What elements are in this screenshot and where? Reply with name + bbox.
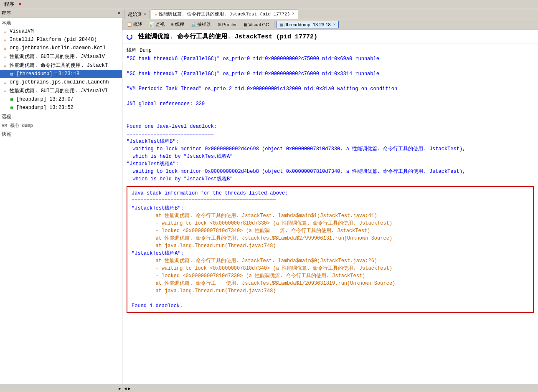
app-icon5: ☕ xyxy=(2,79,8,86)
content-title-text: 性能调优篇. 命令行工具的使用. JstackTest (pid 17772) xyxy=(138,33,317,40)
hl-line-blank xyxy=(132,295,529,302)
sidebar-item-label: org.jetbrains.kotlin.daemon.Kotl xyxy=(10,45,106,51)
highlighted-deadlock-box: Java stack information for the threads l… xyxy=(127,186,534,313)
sidebar-item-kotlin[interactable]: ☕ org.jetbrains.kotlin.daemon.Kotl xyxy=(0,44,122,52)
thread-label: 线程 xyxy=(175,21,184,28)
monitor-icon: 📊 xyxy=(149,22,154,27)
toolbar-sep xyxy=(274,21,274,28)
threaddump-tab-label: [threaddump] 13:23:18 xyxy=(284,22,331,27)
threaddump-tab-icon: ▤ xyxy=(279,22,283,27)
hl-line-threada-at2: at 性能调优篇. 命令行工 使用. JstackTest$$Lambda$1/… xyxy=(132,280,529,287)
hl-line-threada-lock1: - locked <0x00000007810d7330> (a 性能调优篇. … xyxy=(132,272,529,280)
bottom-scroll-left[interactable]: ◀ xyxy=(124,386,127,391)
dump-line-blank4 xyxy=(127,108,534,115)
profiler-icon: ⊙ xyxy=(218,22,221,27)
hl-line-eq2: ========================================… xyxy=(132,197,529,205)
sidebar-close-icon[interactable]: × xyxy=(117,11,120,16)
vm-icon: ☕ xyxy=(2,28,8,35)
sidebar-title: 程序 xyxy=(2,10,11,16)
dump-content-area[interactable]: 线程 Dump "GC task thread#6 (ParallelGC)" … xyxy=(122,43,538,384)
tab-icon: ☕ xyxy=(155,11,157,17)
sampler-icon: 🔬 xyxy=(191,22,196,27)
threaddump-close-icon[interactable]: × xyxy=(333,22,336,27)
dump-line-deadlock-found: Found one Java-level deadlock: xyxy=(127,123,534,130)
overview-icon: 📋 xyxy=(127,22,132,27)
tab-start-close[interactable]: × xyxy=(144,12,146,17)
thread-btn[interactable]: ≡ 线程 xyxy=(168,20,187,29)
hl-line-threadb-at2: at 性能调优篇. 命令行工具的使用. JstackTest$$Lambda$2… xyxy=(132,235,529,242)
app-icon2: ☕ xyxy=(2,45,8,51)
hl-line-threadb-header: "JstackTest线程B": xyxy=(132,205,529,212)
hl-line-threada-thread: at java.lang.Thread.run(Thread.java:748) xyxy=(132,287,529,295)
sidebar-item-cmdline[interactable]: ☕ org.jetbrains.jps.cmdline.Launchh xyxy=(0,78,122,86)
sidebar-item-label: 性能调优篇. 命令行工具的使用. JstackT xyxy=(10,62,108,69)
dump-line-eq1: ============================= xyxy=(127,130,534,138)
hl-line-threadb-wait1: - waiting to lock <0x00000007810d7330> (… xyxy=(132,220,529,227)
refresh-icon xyxy=(127,34,132,40)
heap-icon2: ▦ xyxy=(8,104,15,111)
remote-section-label: 远程 xyxy=(0,112,122,121)
threaddump-tab-btn[interactable]: ▤ [threaddump] 13:23:18 × xyxy=(277,21,339,28)
sidebar-item-label: IntelliJ Platform (pid 28448) xyxy=(10,37,97,43)
sampler-label: 抽样器 xyxy=(197,21,211,28)
sidebar-item-label: VisualVM xyxy=(10,28,34,34)
bottom-bar: ◀ ▶ xyxy=(122,384,538,392)
snapshot-section-label: 快照 xyxy=(0,129,122,138)
thread-icon: ▤ xyxy=(8,71,15,77)
overview-label: 概述 xyxy=(133,21,142,28)
hl-line-threadb-at1: at 性能调优篇. 命令行工具的使用. JstackTest. lambda$m… xyxy=(132,212,529,220)
dump-line-threada-waiting: waiting to lock monitor 0x0000000002d4be… xyxy=(127,168,534,175)
tab-start[interactable]: 起始页 × xyxy=(124,10,150,19)
sidebar-scroll-right[interactable]: ▶ xyxy=(119,386,121,391)
sidebar-item-threaddump-selected[interactable]: ▤ [threaddump] 13:23:18 xyxy=(0,70,122,78)
tab-main-close[interactable]: × xyxy=(292,12,294,16)
sidebar-item-label: [heapdump] 13:23:07 xyxy=(16,96,74,102)
app-icon: ☕ xyxy=(2,36,8,43)
content-title-bar: 性能调优篇. 命令行工具的使用. JstackTest (pid 17772) xyxy=(122,30,538,43)
sidebar-item-visualvm[interactable]: ☕ VisualVM xyxy=(0,27,122,35)
visual-gc-btn[interactable]: ▦ Visual GC xyxy=(241,21,272,28)
thread-icon-toolbar: ≡ xyxy=(171,22,174,27)
app-icon6: ☕ xyxy=(2,88,8,94)
dump-line-blank1 xyxy=(127,63,534,70)
tab-start-label: 起始页 xyxy=(128,11,142,18)
hl-line-threada-wait1: - waiting to lock <0x00000007810d7340> (… xyxy=(132,265,529,272)
sidebar-item-label: 性能调优篇. GUI工具的使用. JVisualVI xyxy=(10,87,108,94)
dump-line-threada-held: which is held by "JstackTest线程B" xyxy=(127,175,534,183)
sidebar-item-perf-gui[interactable]: ☕ 性能调优篇. GUI工具的使用. JVisualV xyxy=(0,52,122,61)
visual-gc-label: Visual GC xyxy=(249,22,269,27)
sidebar-item-label: org.jetbrains.jps.cmdline.Launchh xyxy=(10,79,109,85)
tab-main[interactable]: ☕ 性能调优篇. 命令行工具的使用. JstackTest (pid 17772… xyxy=(151,9,298,19)
app-menu-program[interactable]: 程序 xyxy=(2,0,17,8)
sidebar-item-intellij[interactable]: ☕ IntelliJ Platform (pid 28448) xyxy=(0,35,122,44)
sidebar-item-heapdump2[interactable]: ▦ [heapdump] 13:23:52 xyxy=(0,104,122,112)
sidebar-item-label: [heapdump] 13:23:52 xyxy=(16,105,74,111)
dump-line-blank5 xyxy=(127,115,534,123)
hl-line-threadb-lock1: - locked <0x00000007810d7340> (a 性能调 篇. … xyxy=(132,227,529,235)
visual-gc-icon: ▦ xyxy=(244,22,247,27)
app-icon4: ☕ xyxy=(2,62,8,69)
dump-line-threada-header: "JstackTest线程A": xyxy=(127,160,534,168)
monitor-btn[interactable]: 📊 监视 xyxy=(146,20,167,29)
hl-line-threada-header: "JstackTest线程A": xyxy=(132,250,529,257)
sidebar-item-heapdump1[interactable]: ▦ [heapdump] 13:23:07 xyxy=(0,95,122,104)
tab-main-label: 性能调优篇. 命令行工具的使用. JstackTest (pid 17772) xyxy=(159,11,290,17)
sidebar-item-perf-gui2[interactable]: ☕ 性能调优篇. GUI工具的使用. JVisualVI xyxy=(0,86,122,95)
app-menu-close[interactable]: × xyxy=(17,1,23,8)
vmcore-section-label: VM 核心 dump xyxy=(0,121,122,129)
overview-btn[interactable]: 📋 概述 xyxy=(124,20,145,29)
dump-line-threadb-waiting: waiting to lock monitor 0x0000000002d4e6… xyxy=(127,145,534,153)
hl-line-found-deadlock: Found 1 deadlock. xyxy=(132,302,529,310)
heap-icon: ▦ xyxy=(8,96,15,103)
dump-line-jni: JNI global references: 339 xyxy=(127,100,534,108)
monitor-label: 监视 xyxy=(155,21,165,28)
hl-line-threada-at1: at 性能调优篇. 命令行工具的使用. JstackTest. lambda$m… xyxy=(132,257,529,265)
sampler-btn[interactable]: 🔬 抽样器 xyxy=(188,20,214,29)
sidebar-item-perf-cmd[interactable]: ☕ 性能调优篇. 命令行工具的使用. JstackT xyxy=(0,61,122,70)
toolbar: 📋 概述 📊 监视 ≡ 线程 🔬 抽样器 ⊙ Profiler ▦ Visua xyxy=(122,19,538,30)
bottom-scroll-right[interactable]: ▶ xyxy=(128,386,131,391)
dump-line-vm-periodic: "VM Periodic Task Thread" os_prio=2 tid=… xyxy=(127,85,534,93)
profiler-label: Profiler xyxy=(222,22,237,27)
profiler-btn[interactable]: ⊙ Profiler xyxy=(215,21,240,28)
thread-dump-label: 线程 Dump xyxy=(127,47,534,54)
